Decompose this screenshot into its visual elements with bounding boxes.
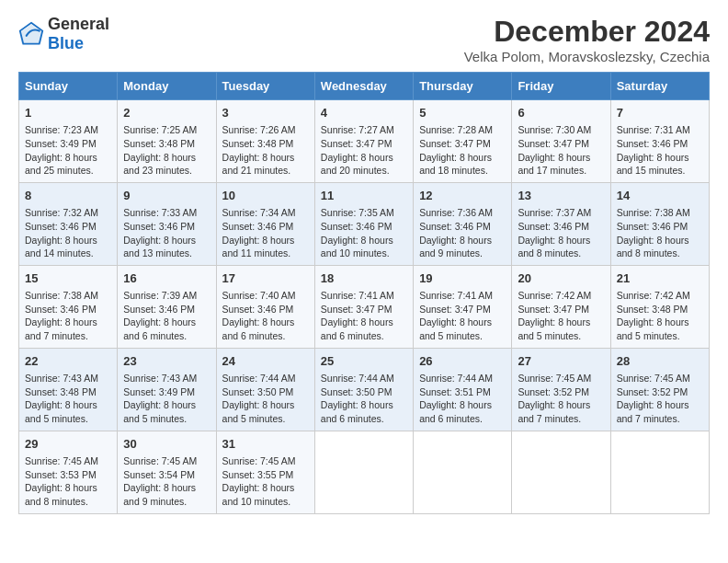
sunset-text: Sunset: 3:46 PM xyxy=(617,138,688,149)
logo-general: General xyxy=(48,15,109,33)
sunset-text: Sunset: 3:54 PM xyxy=(123,469,195,480)
day-number: 2 xyxy=(123,105,210,121)
sunset-text: Sunset: 3:46 PM xyxy=(25,221,97,232)
week-row-1: 1Sunrise: 7:23 AMSunset: 3:49 PMDaylight… xyxy=(19,100,710,183)
day-number: 21 xyxy=(617,270,703,287)
daylight-text: Daylight: 8 hours and 5 minutes. xyxy=(518,316,590,341)
sunrise-text: Sunrise: 7:35 AM xyxy=(321,207,394,218)
page-header: General Blue December 2024 Velka Polom, … xyxy=(18,15,710,64)
day-number: 9 xyxy=(123,188,210,204)
day-number: 12 xyxy=(419,188,506,204)
calendar-cell: 4Sunrise: 7:27 AMSunset: 3:47 PMDaylight… xyxy=(314,100,413,183)
sunrise-text: Sunrise: 7:32 AM xyxy=(25,207,98,218)
day-number: 14 xyxy=(617,188,703,204)
day-number: 19 xyxy=(419,270,506,287)
calendar-table: SundayMondayTuesdayWednesdayThursdayFrid… xyxy=(18,72,710,514)
sunrise-text: Sunrise: 7:38 AM xyxy=(617,207,690,218)
daylight-text: Daylight: 8 hours and 5 minutes. xyxy=(123,399,196,424)
calendar-cell: 16Sunrise: 7:39 AMSunset: 3:46 PMDayligh… xyxy=(118,265,216,348)
title-block: December 2024 Velka Polom, Moravskoslezs… xyxy=(464,15,710,64)
day-number: 22 xyxy=(25,353,111,370)
sunrise-text: Sunrise: 7:41 AM xyxy=(321,290,394,301)
day-number: 31 xyxy=(222,436,309,453)
sunset-text: Sunset: 3:53 PM xyxy=(25,469,97,480)
daylight-text: Daylight: 8 hours and 6 minutes. xyxy=(222,316,295,341)
daylight-text: Daylight: 8 hours and 7 minutes. xyxy=(25,316,97,341)
calendar-cell: 18Sunrise: 7:41 AMSunset: 3:47 PMDayligh… xyxy=(314,265,413,348)
day-number: 13 xyxy=(518,188,604,204)
day-number: 20 xyxy=(518,270,604,287)
sunrise-text: Sunrise: 7:31 AM xyxy=(617,124,690,135)
sunrise-text: Sunrise: 7:23 AM xyxy=(25,124,98,135)
sunset-text: Sunset: 3:46 PM xyxy=(222,304,294,315)
sunrise-text: Sunrise: 7:30 AM xyxy=(518,124,591,135)
sunset-text: Sunset: 3:47 PM xyxy=(321,138,392,149)
calendar-cell: 14Sunrise: 7:38 AMSunset: 3:46 PMDayligh… xyxy=(610,182,709,265)
daylight-text: Daylight: 8 hours and 20 minutes. xyxy=(321,152,393,177)
calendar-cell: 27Sunrise: 7:45 AMSunset: 3:52 PMDayligh… xyxy=(512,348,610,431)
sunrise-text: Sunrise: 7:44 AM xyxy=(419,373,493,384)
logo: General Blue xyxy=(18,15,109,53)
daylight-text: Daylight: 8 hours and 17 minutes. xyxy=(518,152,590,177)
header-sunday: Sunday xyxy=(19,73,118,100)
sunset-text: Sunset: 3:46 PM xyxy=(123,304,195,315)
sunset-text: Sunset: 3:46 PM xyxy=(222,221,294,232)
sunrise-text: Sunrise: 7:45 AM xyxy=(123,455,197,466)
sunset-text: Sunset: 3:50 PM xyxy=(321,386,392,397)
sunset-text: Sunset: 3:52 PM xyxy=(617,386,688,397)
sunrise-text: Sunrise: 7:34 AM xyxy=(222,207,296,218)
day-number: 10 xyxy=(222,188,309,204)
sunset-text: Sunset: 3:51 PM xyxy=(419,386,491,397)
calendar-cell: 29Sunrise: 7:45 AMSunset: 3:53 PMDayligh… xyxy=(19,431,118,513)
daylight-text: Daylight: 8 hours and 8 minutes. xyxy=(518,235,590,259)
day-number: 16 xyxy=(123,270,210,287)
sunrise-text: Sunrise: 7:27 AM xyxy=(321,124,394,135)
header-monday: Monday xyxy=(118,73,216,100)
sunset-text: Sunset: 3:47 PM xyxy=(518,304,589,315)
sunrise-text: Sunrise: 7:45 AM xyxy=(222,455,296,466)
sunset-text: Sunset: 3:48 PM xyxy=(25,386,97,397)
sunset-text: Sunset: 3:46 PM xyxy=(419,221,491,232)
daylight-text: Daylight: 8 hours and 9 minutes. xyxy=(123,482,196,507)
calendar-cell: 10Sunrise: 7:34 AMSunset: 3:46 PMDayligh… xyxy=(216,182,314,265)
sunrise-text: Sunrise: 7:43 AM xyxy=(25,373,98,384)
calendar-cell: 8Sunrise: 7:32 AMSunset: 3:46 PMDaylight… xyxy=(19,182,118,265)
day-number: 23 xyxy=(123,353,210,370)
daylight-text: Daylight: 8 hours and 10 minutes. xyxy=(321,235,393,259)
week-row-5: 29Sunrise: 7:45 AMSunset: 3:53 PMDayligh… xyxy=(19,431,710,513)
sunset-text: Sunset: 3:47 PM xyxy=(518,138,589,149)
day-number: 7 xyxy=(617,105,703,121)
sunset-text: Sunset: 3:46 PM xyxy=(123,221,195,232)
sunrise-text: Sunrise: 7:36 AM xyxy=(419,207,493,218)
sunrise-text: Sunrise: 7:42 AM xyxy=(518,290,591,301)
calendar-cell: 13Sunrise: 7:37 AMSunset: 3:46 PMDayligh… xyxy=(512,182,610,265)
daylight-text: Daylight: 8 hours and 13 minutes. xyxy=(123,235,196,259)
day-number: 27 xyxy=(518,353,604,370)
sunset-text: Sunset: 3:55 PM xyxy=(222,469,294,480)
sunrise-text: Sunrise: 7:26 AM xyxy=(222,124,296,135)
day-number: 3 xyxy=(222,105,309,121)
header-row: SundayMondayTuesdayWednesdayThursdayFrid… xyxy=(19,73,710,100)
sunrise-text: Sunrise: 7:39 AM xyxy=(123,290,197,301)
sunset-text: Sunset: 3:47 PM xyxy=(419,138,491,149)
daylight-text: Daylight: 8 hours and 6 minutes. xyxy=(321,399,393,424)
daylight-text: Daylight: 8 hours and 25 minutes. xyxy=(25,152,97,177)
daylight-text: Daylight: 8 hours and 8 minutes. xyxy=(617,235,689,259)
sunset-text: Sunset: 3:46 PM xyxy=(518,221,589,232)
sunset-text: Sunset: 3:50 PM xyxy=(222,386,294,397)
sunset-text: Sunset: 3:52 PM xyxy=(518,386,589,397)
header-wednesday: Wednesday xyxy=(314,73,413,100)
calendar-cell: 24Sunrise: 7:44 AMSunset: 3:50 PMDayligh… xyxy=(216,348,314,431)
daylight-text: Daylight: 8 hours and 11 minutes. xyxy=(222,235,295,259)
daylight-text: Daylight: 8 hours and 6 minutes. xyxy=(321,316,393,341)
daylight-text: Daylight: 8 hours and 5 minutes. xyxy=(617,316,689,341)
calendar-cell: 15Sunrise: 7:38 AMSunset: 3:46 PMDayligh… xyxy=(19,265,118,348)
sunset-text: Sunset: 3:46 PM xyxy=(25,304,97,315)
sunrise-text: Sunrise: 7:44 AM xyxy=(321,373,394,384)
sunset-text: Sunset: 3:47 PM xyxy=(419,304,491,315)
sunrise-text: Sunrise: 7:45 AM xyxy=(518,373,591,384)
logo-icon xyxy=(18,21,44,47)
week-row-4: 22Sunrise: 7:43 AMSunset: 3:48 PMDayligh… xyxy=(19,348,710,431)
calendar-cell: 28Sunrise: 7:45 AMSunset: 3:52 PMDayligh… xyxy=(610,348,709,431)
day-number: 25 xyxy=(321,353,407,370)
